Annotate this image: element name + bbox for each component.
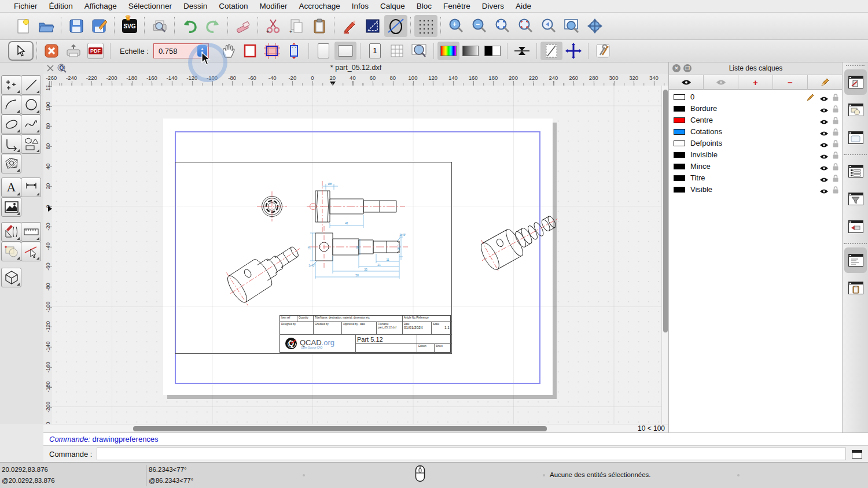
command-widget-dock-button[interactable] [844, 214, 867, 239]
save-as-button[interactable] [88, 15, 111, 37]
block-tool-button[interactable] [1, 242, 21, 261]
hatch-tool-button[interactable] [1, 154, 21, 173]
layer-lock-icon[interactable] [832, 128, 839, 138]
property-editor-dock-button[interactable] [844, 69, 867, 95]
clipboard-dock-button[interactable] [844, 275, 867, 301]
layer-row-3[interactable]: Cotations [669, 126, 843, 138]
layer-lock-icon[interactable] [832, 174, 839, 184]
arc-tool-button[interactable] [1, 95, 21, 114]
draw-order-button[interactable] [338, 15, 361, 37]
isometric-tool-button[interactable] [1, 268, 21, 287]
library-browser-dock-button[interactable] [844, 158, 867, 184]
menu-fenetre[interactable]: Fenêtre [437, 2, 476, 10]
layer-lock-icon[interactable] [832, 139, 839, 150]
add-layer-button[interactable]: + [738, 75, 773, 90]
vertical-scrollbar-thumb[interactable] [663, 90, 668, 332]
hide-all-layers-button[interactable] [704, 75, 738, 90]
grayscale-button[interactable] [459, 42, 481, 60]
save-button[interactable] [65, 15, 88, 37]
shape-tool-button[interactable] [21, 134, 41, 154]
preferences-button[interactable] [592, 42, 614, 60]
dimension-tool-button[interactable] [21, 178, 41, 197]
menu-bloc[interactable]: Bloc [411, 2, 437, 10]
pointer-tool-button[interactable] [8, 41, 34, 61]
zoom-selection-button[interactable] [514, 15, 537, 37]
remove-layer-button[interactable]: − [773, 75, 808, 90]
line-tool-button[interactable] [21, 75, 41, 95]
layer-row-8[interactable]: Visible [669, 184, 843, 195]
ellipse-tool-toggle[interactable] [384, 15, 407, 37]
layer-row-2[interactable]: Centre [669, 114, 843, 126]
close-print-preview-button[interactable] [41, 42, 62, 60]
layer-row-5[interactable]: Invisible [669, 149, 843, 161]
layer-row-7[interactable]: Titre [669, 172, 843, 184]
blackwhite-button[interactable] [481, 42, 503, 60]
full-color-button[interactable] [437, 42, 459, 60]
layer-row-4[interactable]: Defpoints [669, 138, 843, 149]
undo-button[interactable] [178, 15, 201, 37]
paste-button[interactable] [308, 15, 331, 37]
single-page-button[interactable]: 1 [364, 42, 386, 60]
scale-tool-button[interactable] [361, 15, 384, 37]
horizontal-scrollbar-thumb[interactable] [133, 426, 547, 431]
text-tool-button[interactable]: A [1, 178, 21, 197]
menu-dessin[interactable]: Dessin [178, 2, 213, 10]
layer-row-0[interactable]: 0 [669, 91, 843, 103]
layer-visible-icon[interactable] [819, 186, 829, 197]
lineweight-button[interactable] [511, 42, 533, 60]
layer-lock-icon[interactable] [832, 93, 839, 103]
zoom-auto-button[interactable] [491, 15, 514, 37]
dock-strip-handle[interactable] [846, 65, 865, 66]
paper-grid-button[interactable] [261, 42, 283, 60]
horizontal-scrollbar[interactable]: 10 < 100 [43, 424, 668, 433]
image-tool-button[interactable] [1, 197, 21, 217]
modify-tool-button[interactable] [1, 222, 21, 242]
command-input[interactable] [97, 448, 846, 460]
zoom-in-button[interactable]: + [444, 15, 468, 37]
view-list-dock-button[interactable] [844, 125, 867, 150]
layer-lock-icon[interactable] [832, 151, 839, 161]
pdf-export-button[interactable]: PDF [84, 42, 106, 60]
spline-tool-button[interactable] [21, 114, 41, 134]
copy-button[interactable]: + [285, 15, 308, 37]
print-button[interactable] [62, 42, 84, 60]
select-tool-button[interactable] [21, 242, 41, 261]
paper-border-button[interactable] [239, 42, 261, 60]
menu-divers[interactable]: Divers [476, 2, 510, 10]
menu-modifier[interactable]: Modifier [253, 2, 293, 10]
new-file-button[interactable] [12, 15, 35, 37]
menu-selectionner[interactable]: Sélectionner [123, 2, 178, 10]
point-tool-button[interactable] [1, 75, 21, 95]
landscape-page-button[interactable] [334, 42, 356, 60]
layer-lock-icon[interactable] [832, 162, 839, 173]
menu-affichage[interactable]: Affichage [79, 2, 123, 10]
menu-calque[interactable]: Calque [374, 2, 411, 10]
redo-button[interactable] [201, 15, 225, 37]
layer-row-6[interactable]: Mince [669, 161, 843, 172]
measure-tool-button[interactable] [21, 222, 41, 242]
menu-edition[interactable]: Édition [43, 2, 79, 10]
block-list-dock-button[interactable] [844, 97, 867, 123]
auto-fit-button[interactable] [283, 42, 305, 60]
zoom-window-button[interactable] [560, 15, 583, 37]
menu-cotation[interactable]: Cotation [213, 2, 253, 10]
multi-page-button[interactable] [386, 42, 408, 60]
open-file-button[interactable] [35, 15, 58, 37]
cut-button[interactable]: + [262, 15, 285, 37]
circle-tool-button[interactable] [21, 95, 41, 114]
layer-row-1[interactable]: Bordure [669, 103, 843, 114]
show-all-layers-button[interactable] [669, 75, 704, 90]
zoom-pan-button[interactable] [583, 15, 606, 37]
draft-mode-button[interactable] [540, 42, 562, 60]
command-history-dock-button[interactable] [844, 247, 867, 273]
menu-accrochage[interactable]: Accrochage [293, 2, 345, 10]
menu-aide[interactable]: Aide [510, 2, 537, 10]
portrait-page-button[interactable] [312, 42, 334, 60]
print-preview-button[interactable] [148, 15, 171, 37]
edit-layer-button[interactable] [808, 75, 843, 90]
command-panel-toggle-icon[interactable] [852, 450, 862, 459]
layer-lock-icon[interactable] [832, 186, 839, 196]
zoom-out-button[interactable]: − [468, 15, 491, 37]
crosshair-button[interactable] [562, 42, 584, 60]
zoom-page-button[interactable] [408, 42, 430, 60]
